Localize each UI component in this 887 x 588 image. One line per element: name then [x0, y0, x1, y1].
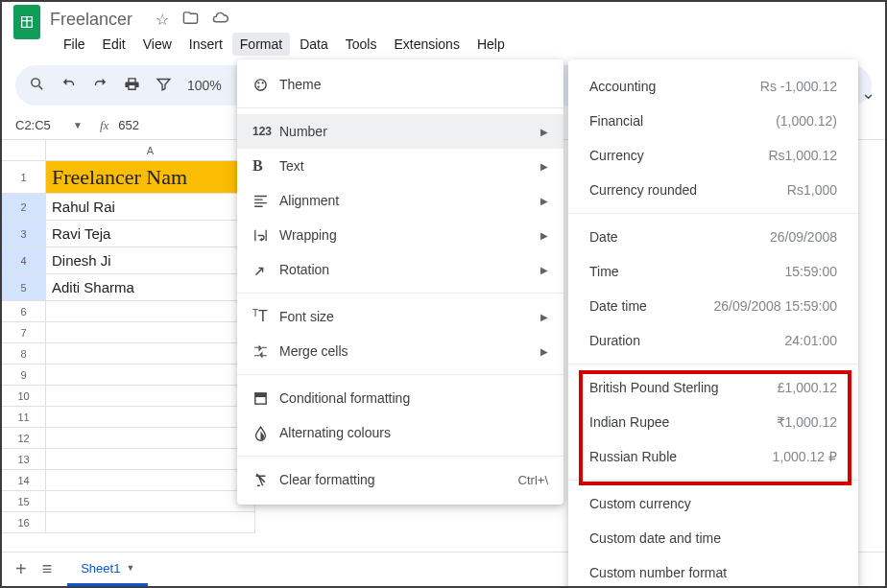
- menu-format[interactable]: Format: [232, 33, 290, 56]
- format-label: Indian Rupee: [589, 414, 777, 430]
- menu-extensions[interactable]: Extensions: [386, 33, 467, 56]
- menu-item-label: Text: [279, 158, 540, 174]
- menu-item-label: Alternating colours: [279, 425, 548, 440]
- cell[interactable]: [46, 322, 255, 343]
- number-format-currency[interactable]: CurrencyRs1,000.12: [568, 138, 858, 173]
- format-menu-number[interactable]: 123Number▶: [237, 114, 563, 149]
- row-header[interactable]: 6: [2, 301, 46, 322]
- number-format-british-pound-sterling[interactable]: British Pound Sterling£1,000.12: [568, 370, 858, 405]
- cell[interactable]: Aditi Sharma: [46, 274, 255, 301]
- name-box-caret-icon[interactable]: ▼: [73, 120, 83, 130]
- row-header[interactable]: 7: [2, 322, 46, 343]
- number-format-financial[interactable]: Financial(1,000.12): [568, 104, 858, 138]
- format-menu-theme[interactable]: Theme: [237, 67, 563, 102]
- format-menu-text[interactable]: BText▶: [237, 149, 563, 183]
- format-menu-font-size[interactable]: TTFont size▶: [237, 299, 563, 334]
- format-menu-clear-formatting[interactable]: Clear formattingCtrl+\: [237, 462, 563, 497]
- cell[interactable]: Rahul Rai: [46, 194, 255, 221]
- menu-insert[interactable]: Insert: [181, 33, 230, 56]
- row-header[interactable]: 11: [2, 407, 46, 428]
- sheet-tab-caret-icon[interactable]: ▼: [126, 563, 134, 573]
- search-icon[interactable]: [29, 76, 45, 95]
- format-example: £1,000.12: [778, 380, 837, 395]
- row-header[interactable]: 5: [2, 274, 46, 301]
- number-format-indian-rupee[interactable]: Indian Rupee₹1,000.12: [568, 405, 858, 439]
- row-header[interactable]: 14: [2, 470, 46, 491]
- menu-help[interactable]: Help: [469, 33, 513, 56]
- move-icon[interactable]: [182, 10, 199, 30]
- column-header[interactable]: A: [46, 140, 255, 161]
- sheet-tab-active[interactable]: Sheet1 ▼: [67, 553, 148, 586]
- number-format-time[interactable]: Time15:59:00: [568, 254, 858, 289]
- name-box[interactable]: C2:C5: [13, 118, 73, 132]
- cell[interactable]: Freelancer Nam: [46, 161, 255, 194]
- formula-value[interactable]: 652: [118, 118, 139, 132]
- menu-file[interactable]: File: [56, 33, 93, 56]
- row-header[interactable]: 8: [2, 343, 46, 365]
- submenu-arrow-icon: ▶: [540, 161, 548, 172]
- sheets-app-icon[interactable]: [13, 5, 40, 39]
- menu-data[interactable]: Data: [292, 33, 336, 56]
- cell[interactable]: [46, 386, 255, 407]
- redo-icon[interactable]: [92, 76, 108, 95]
- row-header[interactable]: 16: [2, 512, 46, 533]
- toolbar-overflow-icon[interactable]: ⌄: [861, 82, 875, 104]
- format-menu-wrapping[interactable]: Wrapping▶: [237, 218, 563, 252]
- row-header[interactable]: 1: [2, 161, 46, 194]
- row-header[interactable]: 2: [2, 194, 46, 221]
- row-header[interactable]: 13: [2, 449, 46, 470]
- row-header[interactable]: 12: [2, 428, 46, 449]
- format-menu-alignment[interactable]: Alignment▶: [237, 183, 563, 218]
- add-sheet-button[interactable]: +: [15, 558, 27, 580]
- undo-icon[interactable]: [60, 76, 77, 95]
- row-header[interactable]: 4: [2, 247, 46, 274]
- svg-point-2: [257, 82, 259, 83]
- cell[interactable]: [46, 365, 255, 386]
- number-format-russian-ruble[interactable]: Russian Ruble1,000.12 ₽: [568, 439, 858, 474]
- format-menu-alternating-colours[interactable]: Alternating colours: [237, 415, 563, 450]
- format-label: Date: [589, 229, 770, 245]
- row-header[interactable]: 3: [2, 221, 46, 247]
- row-header[interactable]: 10: [2, 386, 46, 407]
- format-example: 26/09/2008: [770, 229, 837, 245]
- cell[interactable]: [46, 428, 255, 449]
- menu-view[interactable]: View: [135, 33, 180, 56]
- menu-tools[interactable]: Tools: [338, 33, 385, 56]
- format-label: Custom number format: [589, 565, 837, 580]
- number-format-duration[interactable]: Duration24:01:00: [568, 323, 858, 358]
- number-format-date-time[interactable]: Date time26/09/2008 15:59:00: [568, 289, 858, 323]
- number-format-accounting[interactable]: AccountingRs -1,000.12: [568, 69, 858, 104]
- menu-edit[interactable]: Edit: [95, 33, 133, 56]
- cell[interactable]: [46, 491, 255, 512]
- all-sheets-button[interactable]: ≡: [42, 559, 53, 579]
- cell[interactable]: [46, 470, 255, 491]
- cell[interactable]: Dinesh Ji: [46, 247, 255, 274]
- select-all-corner[interactable]: [2, 140, 46, 161]
- cell[interactable]: [46, 449, 255, 470]
- number-format-custom-number-format[interactable]: Custom number format: [568, 555, 858, 588]
- zoom-level[interactable]: 100%: [187, 78, 222, 93]
- cloud-status-icon[interactable]: [212, 10, 228, 30]
- star-icon[interactable]: ☆: [156, 11, 169, 29]
- format-menu-merge-cells[interactable]: Merge cells▶: [237, 334, 563, 368]
- number-format-custom-date-and-time[interactable]: Custom date and time: [568, 521, 858, 555]
- format-example: 15:59:00: [785, 264, 838, 279]
- cell[interactable]: [46, 343, 255, 365]
- svg-rect-6: [255, 392, 266, 396]
- number-format-custom-currency[interactable]: Custom currency: [568, 486, 858, 521]
- cell[interactable]: Ravi Teja: [46, 221, 255, 247]
- number-format-date[interactable]: Date26/09/2008: [568, 220, 858, 254]
- cell[interactable]: [46, 407, 255, 428]
- submenu-arrow-icon: ▶: [540, 265, 548, 275]
- svg-point-0: [32, 79, 40, 87]
- print-icon[interactable]: [124, 76, 140, 95]
- cell[interactable]: [46, 512, 255, 533]
- row-header[interactable]: 15: [2, 491, 46, 512]
- format-menu-conditional-formatting[interactable]: Conditional formatting: [237, 381, 563, 415]
- format-menu-rotation[interactable]: Rotation▶: [237, 252, 563, 287]
- filter-icon[interactable]: [156, 76, 172, 95]
- document-title[interactable]: Freelancer: [50, 10, 132, 30]
- number-format-currency-rounded[interactable]: Currency roundedRs1,000: [568, 173, 858, 207]
- row-header[interactable]: 9: [2, 365, 46, 386]
- cell[interactable]: [46, 301, 255, 322]
